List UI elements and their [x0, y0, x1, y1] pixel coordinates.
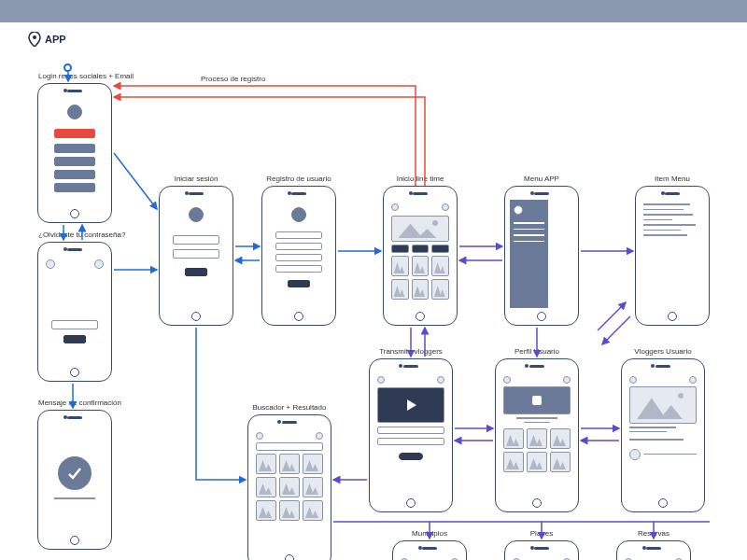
header-bar — [0, 0, 747, 22]
svg-line-3 — [114, 153, 157, 209]
arrows — [0, 22, 747, 560]
flow-canvas: APP Proceso de registro Login redes soci… — [0, 22, 747, 560]
